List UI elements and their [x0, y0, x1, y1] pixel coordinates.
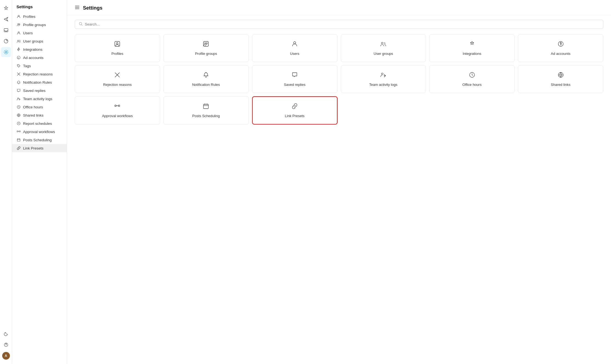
sidebar-item-link-presets[interactable]: Link Presets ←: [12, 144, 67, 152]
svg-rect-23: [203, 41, 208, 46]
svg-point-24: [205, 43, 206, 44]
grid-card-rejection-reasons[interactable]: Rejection reasons: [75, 65, 160, 93]
grid-link-presets-icon: [291, 103, 298, 111]
svg-point-25: [206, 43, 208, 44]
sidebar-item-posts-scheduling[interactable]: Posts Scheduling: [12, 136, 67, 144]
users-icon: [16, 31, 21, 35]
inbox-nav-icon[interactable]: [1, 25, 11, 35]
sidebar-item-approval-workflows[interactable]: Approval workflows: [12, 128, 67, 136]
search-icon: [79, 22, 83, 27]
grid-card-posts-scheduling[interactable]: Posts Scheduling: [163, 96, 249, 125]
sidebar-label-notification-rules: Notification Rules: [23, 80, 52, 84]
sidebar-item-shared-links[interactable]: Shared links: [12, 111, 67, 119]
grid-label-user-groups: User groups: [374, 52, 393, 56]
grid-card-saved-replies[interactable]: Saved replies: [252, 65, 337, 93]
shared-links-icon: [16, 113, 21, 117]
grid-label-approval-workflows: Approval workflows: [102, 114, 133, 118]
profile-groups-icon: [16, 22, 21, 27]
svg-point-2: [5, 51, 7, 53]
grid-posts-scheduling-icon: [203, 103, 209, 111]
profiles-icon: [16, 14, 21, 19]
sidebar-label-integrations: Integrations: [23, 47, 43, 52]
sidebar-item-tags[interactable]: Tags: [12, 62, 67, 70]
ad-accounts-icon: $: [16, 55, 21, 60]
grid-label-link-presets: Link Presets: [285, 114, 305, 118]
analytics-nav-icon[interactable]: [1, 36, 11, 46]
grid-label-team-activity-logs: Team activity logs: [369, 83, 398, 87]
grid-saved-replies-icon: [291, 72, 298, 80]
grid-card-shared-links[interactable]: Shared links: [518, 65, 603, 93]
settings-nav-icon[interactable]: [1, 47, 11, 57]
search-input[interactable]: [85, 22, 599, 26]
svg-point-7: [19, 24, 20, 25]
svg-rect-33: [118, 105, 120, 106]
moon-nav-icon[interactable]: [1, 329, 11, 339]
user-groups-icon: [16, 39, 21, 43]
sidebar-label-users: Users: [23, 31, 33, 35]
rejection-reasons-icon: [16, 72, 21, 76]
grid-label-integrations: Integrations: [463, 52, 481, 56]
grid-label-ad-accounts: Ad accounts: [551, 52, 571, 56]
grid-notification-rules-icon: [203, 72, 209, 80]
integrations-icon: [16, 47, 21, 52]
sidebar-item-ad-accounts[interactable]: $ Ad accounts: [12, 53, 67, 62]
sidebar-label-saved-replies: Saved replies: [23, 89, 46, 93]
sidebar-item-saved-replies[interactable]: Saved replies: [12, 86, 67, 95]
sidebar-item-team-activity-logs[interactable]: Team activity logs: [12, 95, 67, 103]
approval-workflows-icon: [16, 129, 21, 134]
sidebar-label-posts-scheduling: Posts Scheduling: [23, 138, 52, 142]
grid-card-team-activity-logs[interactable]: Team activity logs: [341, 65, 426, 93]
send-nav-icon[interactable]: [1, 14, 11, 24]
sidebar-item-integrations[interactable]: Integrations: [12, 45, 67, 53]
help-nav-icon[interactable]: [1, 340, 11, 350]
grid-users-icon: [291, 41, 298, 49]
avatar[interactable]: A: [1, 351, 11, 361]
grid-shared-links-icon: [557, 72, 564, 80]
settings-grid: Profiles Profile groups Users User group…: [67, 33, 611, 132]
sidebar-item-user-groups[interactable]: → User groups: [12, 37, 67, 45]
sidebar-label-profile-groups: Profile groups: [23, 23, 46, 27]
grid-ad-accounts-icon: [557, 41, 564, 49]
sidebar-label-rejection-reasons: Rejection reasons: [23, 72, 53, 76]
grid-card-profiles[interactable]: Profiles: [75, 34, 160, 62]
sidebar-item-office-hours[interactable]: Office hours: [12, 103, 67, 111]
grid-card-integrations[interactable]: Integrations: [429, 34, 515, 62]
grid-card-user-groups[interactable]: User groups: [341, 34, 426, 62]
grid-label-profiles: Profiles: [111, 52, 123, 56]
grid-card-link-presets[interactable]: Link Presets: [252, 96, 337, 125]
grid-approval-workflows-icon: [114, 103, 121, 111]
sidebar-label-user-groups: User groups: [23, 39, 43, 43]
sidebar-label-approval-workflows: Approval workflows: [23, 130, 55, 134]
logo-icon[interactable]: [1, 3, 11, 13]
sidebar: Settings Profiles Profile groups Users →…: [12, 0, 67, 364]
search-bar[interactable]: [75, 20, 603, 29]
sidebar-label-tags: Tags: [23, 64, 31, 68]
grid-label-users: Users: [290, 52, 299, 56]
svg-point-22: [116, 43, 118, 44]
grid-card-ad-accounts[interactable]: Ad accounts: [518, 34, 603, 62]
grid-card-users[interactable]: Users: [252, 34, 337, 62]
sidebar-item-users[interactable]: Users: [12, 29, 67, 37]
grid-card-approval-workflows[interactable]: Approval workflows: [75, 96, 160, 125]
grid-label-profile-groups: Profile groups: [195, 52, 217, 56]
sidebar-title: Settings: [12, 3, 67, 12]
posts-scheduling-icon: [16, 138, 21, 142]
menu-icon[interactable]: [75, 5, 80, 11]
main-header: Settings: [67, 0, 611, 15]
sidebar-item-profiles[interactable]: Profiles: [12, 12, 67, 21]
grid-card-office-hours[interactable]: Office hours: [429, 65, 515, 93]
page-title: Settings: [83, 5, 102, 11]
grid-card-profile-groups[interactable]: Profile groups: [163, 34, 249, 62]
sidebar-item-notification-rules[interactable]: Notification Rules: [12, 78, 67, 86]
grid-user-groups-icon: [380, 41, 387, 49]
svg-point-9: [18, 40, 19, 41]
svg-rect-34: [203, 104, 208, 109]
svg-point-6: [18, 24, 19, 25]
grid-card-notification-rules[interactable]: Notification Rules: [163, 65, 249, 93]
sidebar-item-profile-groups[interactable]: Profile groups: [12, 21, 67, 29]
sidebar-item-report-schedules[interactable]: Report schedules: [12, 119, 67, 128]
svg-point-13: [18, 98, 19, 99]
sidebar-item-rejection-reasons[interactable]: Rejection reasons: [12, 70, 67, 78]
notification-rules-icon: [16, 80, 21, 84]
svg-rect-19: [17, 139, 20, 141]
